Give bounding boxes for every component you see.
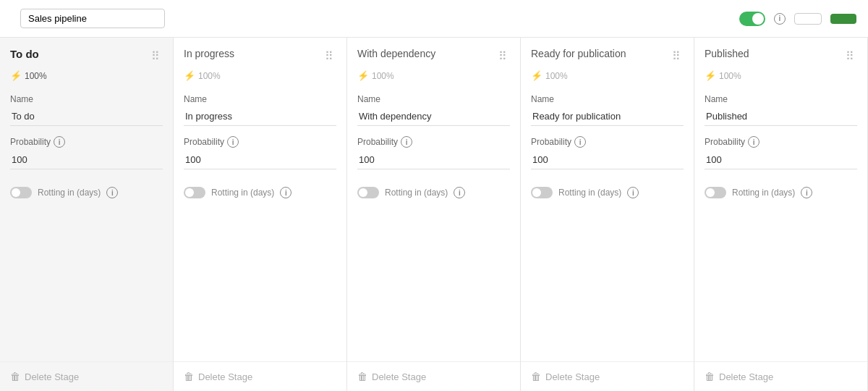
prob-label-to-do: Probability xyxy=(10,137,51,147)
stage-percent-value-ready-publication: 100% xyxy=(545,71,568,81)
rotting-label-ready-publication: Rotting in (days) xyxy=(558,188,621,198)
drag-handle-ready-publication[interactable]: ⠿ xyxy=(669,48,684,64)
stage-col-in-progress: In progress ⠿ ⚡ 100% Name Probability i … xyxy=(174,38,347,391)
delete-stage-to-do[interactable]: 🗑 Delete Stage xyxy=(0,361,173,391)
name-input-in-progress[interactable] xyxy=(184,107,336,126)
rotting-info-icon-with-dependency[interactable]: i xyxy=(454,187,465,198)
save-changes-button[interactable] xyxy=(830,14,856,24)
drag-handle-published[interactable]: ⠿ xyxy=(843,48,857,64)
prob-label-published: Probability xyxy=(705,137,745,147)
rotting-label-with-dependency: Rotting in (days) xyxy=(385,188,448,198)
stage-col-published: Published ⠿ ⚡ 100% Name Probability i Ro… xyxy=(694,38,868,391)
stage-percent-published: ⚡ 100% xyxy=(694,70,867,88)
prob-label-row-in-progress: Probability i xyxy=(184,136,239,148)
delete-icon-with-dependency: 🗑 xyxy=(357,371,367,382)
delete-icon-published: 🗑 xyxy=(705,371,715,382)
rotting-toggle-with-dependency[interactable] xyxy=(357,187,379,198)
prob-input-with-dependency[interactable] xyxy=(357,151,510,169)
stage-title-in-progress: In progress xyxy=(184,48,234,59)
stage-body-with-dependency: Name Probability i Rotting in (days) i xyxy=(347,88,520,361)
stage-percent-ready-publication: ⚡ 100% xyxy=(521,70,694,88)
prob-info-icon-in-progress[interactable]: i xyxy=(227,136,239,148)
stage-header-with-dependency: With dependency ⠿ xyxy=(347,38,520,70)
stage-percent-value-with-dependency: 100% xyxy=(372,71,394,81)
rotting-info-icon-ready-publication[interactable]: i xyxy=(627,187,639,198)
delete-stage-in-progress[interactable]: 🗑 Delete Stage xyxy=(174,361,346,391)
stages-columns: To do ⠿ ⚡ 100% Name Probability i Rottin… xyxy=(0,38,868,391)
name-label-in-progress: Name xyxy=(184,94,336,104)
stage-title-ready-publication: Ready for publication xyxy=(531,48,626,59)
name-input-ready-publication[interactable] xyxy=(531,107,684,126)
stage-percent-in-progress: ⚡ 100% xyxy=(174,70,346,88)
stage-percent-value-to-do: 100% xyxy=(25,71,47,81)
prob-info-icon-to-do[interactable]: i xyxy=(54,136,65,148)
drag-handle-in-progress[interactable]: ⠿ xyxy=(322,48,336,64)
delete-label-in-progress: Delete Stage xyxy=(198,371,252,382)
rotting-row-ready-publication: Rotting in (days) i xyxy=(531,187,684,198)
prob-label-ready-publication: Probability xyxy=(531,137,571,147)
prob-label-row-to-do: Probability i xyxy=(10,136,65,148)
rotting-row-published: Rotting in (days) i xyxy=(705,187,857,198)
rotting-toggle-in-progress[interactable] xyxy=(184,187,205,198)
prob-input-published[interactable] xyxy=(705,151,857,169)
delete-stage-ready-publication[interactable]: 🗑 Delete Stage xyxy=(521,361,694,391)
drag-handle-with-dependency[interactable]: ⠿ xyxy=(495,48,510,64)
stage-header-to-do: To do ⠿ xyxy=(0,38,173,70)
stage-body-ready-publication: Name Probability i Rotting in (days) i xyxy=(521,88,694,361)
prob-row-to-do: Probability i xyxy=(10,136,163,148)
rotting-toggle-to-do[interactable] xyxy=(10,187,32,198)
rotting-info-icon-published[interactable]: i xyxy=(801,187,812,198)
stage-header-ready-publication: Ready for publication ⠿ xyxy=(521,38,694,70)
prob-input-ready-publication[interactable] xyxy=(531,151,684,169)
name-label-with-dependency: Name xyxy=(357,94,510,104)
name-input-to-do[interactable] xyxy=(10,107,163,126)
stage-body-to-do: Name Probability i Rotting in (days) i xyxy=(0,88,173,361)
deal-probability-info-icon[interactable]: i xyxy=(774,13,786,25)
percent-icon-published: ⚡ xyxy=(705,70,716,81)
name-input-with-dependency[interactable] xyxy=(357,107,510,126)
rotting-row-to-do: Rotting in (days) i xyxy=(10,187,163,198)
prob-input-to-do[interactable] xyxy=(10,151,163,169)
rotting-label-in-progress: Rotting in (days) xyxy=(211,188,274,198)
name-input-published[interactable] xyxy=(705,107,857,126)
stage-percent-to-do: ⚡ 100% xyxy=(0,70,173,88)
rotting-toggle-ready-publication[interactable] xyxy=(531,187,553,198)
prob-input-in-progress[interactable] xyxy=(184,151,336,169)
drag-handle-to-do[interactable]: ⠿ xyxy=(148,48,163,64)
rotting-toggle-published[interactable] xyxy=(705,187,726,198)
stage-header-in-progress: In progress ⠿ xyxy=(174,38,346,70)
rotting-label-published: Rotting in (days) xyxy=(732,188,795,198)
rotting-info-icon-in-progress[interactable]: i xyxy=(280,187,292,198)
cancel-button[interactable] xyxy=(794,13,822,25)
prob-info-icon-with-dependency[interactable]: i xyxy=(401,136,412,148)
name-label-published: Name xyxy=(705,94,857,104)
stage-col-with-dependency: With dependency ⠿ ⚡ 100% Name Probabilit… xyxy=(347,38,521,391)
deal-probability-toggle[interactable] xyxy=(739,12,765,26)
stage-title-with-dependency: With dependency xyxy=(357,48,435,59)
pipeline-name-input[interactable] xyxy=(20,9,165,28)
stage-title-to-do: To do xyxy=(10,48,39,60)
delete-stage-with-dependency[interactable]: 🗑 Delete Stage xyxy=(347,361,520,391)
prob-label-row-ready-publication: Probability i xyxy=(531,136,586,148)
delete-label-with-dependency: Delete Stage xyxy=(372,371,426,382)
deal-probability-toggle-wrap: i xyxy=(739,12,786,26)
top-bar-right: i xyxy=(739,12,856,26)
delete-icon-in-progress: 🗑 xyxy=(184,371,194,382)
delete-label-published: Delete Stage xyxy=(719,371,773,382)
prob-label-with-dependency: Probability xyxy=(357,137,398,147)
stage-percent-with-dependency: ⚡ 100% xyxy=(347,70,520,88)
prob-info-icon-ready-publication[interactable]: i xyxy=(574,136,586,148)
percent-icon-in-progress: ⚡ xyxy=(184,70,195,81)
prob-row-published: Probability i xyxy=(705,136,857,148)
rotting-info-icon-to-do[interactable]: i xyxy=(106,187,118,198)
stage-body-in-progress: Name Probability i Rotting in (days) i xyxy=(174,88,346,361)
prob-label-in-progress: Probability xyxy=(184,137,224,147)
rotting-label-to-do: Rotting in (days) xyxy=(38,188,101,198)
prob-row-with-dependency: Probability i xyxy=(357,136,510,148)
stage-percent-value-in-progress: 100% xyxy=(198,71,221,81)
prob-info-icon-published[interactable]: i xyxy=(748,136,760,148)
stage-title-published: Published xyxy=(705,48,749,59)
name-label-to-do: Name xyxy=(10,94,163,104)
percent-icon-with-dependency: ⚡ xyxy=(357,70,369,81)
delete-stage-published[interactable]: 🗑 Delete Stage xyxy=(694,361,867,391)
